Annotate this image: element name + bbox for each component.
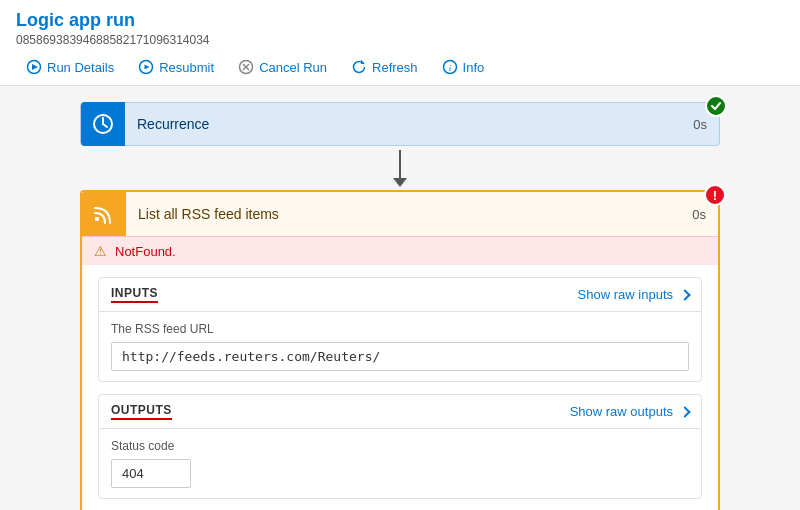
refresh-icon [351, 59, 367, 75]
cancel-run-icon [238, 59, 254, 75]
info-button[interactable]: i Info [432, 55, 495, 79]
recurrence-time: 0s [681, 117, 719, 132]
flow-arrow-head [393, 178, 407, 187]
rss-icon-area [82, 192, 126, 236]
error-bar: ⚠ NotFound. [82, 236, 718, 265]
svg-marker-3 [145, 65, 150, 70]
warning-icon: ⚠ [94, 243, 107, 259]
refresh-button[interactable]: Refresh [341, 55, 428, 79]
error-message: NotFound. [115, 244, 176, 259]
flow-arrow-line [399, 150, 401, 178]
page-title: Logic app run [16, 10, 784, 31]
error-badge: ! [704, 184, 726, 206]
svg-line-11 [103, 124, 107, 127]
recurrence-label: Recurrence [125, 116, 681, 132]
rss-action-block[interactable]: List all RSS feed items 0s ! ⚠ NotFound.… [80, 190, 720, 510]
main-content: Recurrence 0s [0, 86, 800, 510]
resubmit-button[interactable]: Resubmit [128, 55, 224, 79]
outputs-section: OUTPUTS Show raw outputs Status code 404 [98, 394, 702, 499]
chevron-right-outputs-icon [679, 406, 690, 417]
toolbar: Run Details Resubmit Cancel Run [16, 55, 784, 85]
rss-block-header: List all RSS feed items 0s ! [82, 192, 718, 236]
show-raw-outputs-link[interactable]: Show raw outputs [570, 404, 689, 419]
inputs-section: INPUTS Show raw inputs The RSS feed URL … [98, 277, 702, 382]
info-icon: i [442, 59, 458, 75]
outputs-header: OUTPUTS Show raw outputs [99, 395, 701, 429]
chevron-right-icon [679, 289, 690, 300]
inputs-header: INPUTS Show raw inputs [99, 278, 701, 312]
cancel-run-button[interactable]: Cancel Run [228, 55, 337, 79]
status-code-label: Status code [111, 439, 689, 453]
flow-container: Recurrence 0s [20, 102, 780, 510]
page-subtitle: 08586938394688582171096314034 [16, 33, 784, 47]
header: Logic app run 08586938394688582171096314… [0, 0, 800, 86]
inputs-body: The RSS feed URL http://feeds.reuters.co… [99, 312, 701, 381]
svg-text:i: i [448, 63, 451, 73]
rss-url-value: http://feeds.reuters.com/Reuters/ [111, 342, 689, 371]
flow-arrow-container [393, 146, 407, 190]
rss-body: INPUTS Show raw inputs The RSS feed URL … [82, 265, 718, 510]
show-raw-inputs-link[interactable]: Show raw inputs [578, 287, 689, 302]
inputs-title: INPUTS [111, 286, 158, 303]
recurrence-block[interactable]: Recurrence 0s [80, 102, 720, 146]
recurrence-icon-area [81, 102, 125, 146]
outputs-title: OUTPUTS [111, 403, 172, 420]
success-badge [705, 95, 727, 117]
run-details-icon [26, 59, 42, 75]
run-details-button[interactable]: Run Details [16, 55, 124, 79]
rss-action-label: List all RSS feed items [126, 206, 680, 222]
outputs-body: Status code 404 [99, 429, 701, 498]
status-code-value: 404 [111, 459, 191, 488]
rss-url-label: The RSS feed URL [111, 322, 689, 336]
svg-rect-12 [95, 217, 99, 221]
rss-action-time: 0s [680, 207, 718, 222]
svg-marker-1 [32, 64, 38, 70]
resubmit-icon [138, 59, 154, 75]
